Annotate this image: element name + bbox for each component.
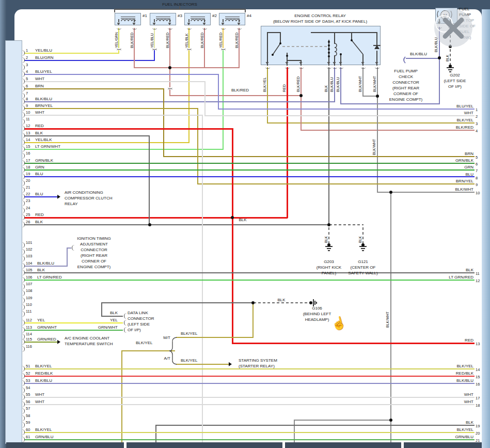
label: OF I/P) <box>128 328 141 332</box>
wire-label: YEL <box>37 318 45 322</box>
label: (STARTER RELAY) <box>239 364 275 368</box>
junction-dot <box>328 41 330 43</box>
label: BLK <box>35 311 118 315</box>
wire-label: BLK <box>35 220 43 224</box>
pin-number: 112 <box>26 318 32 322</box>
label: ENGINE COMPT) <box>328 97 483 102</box>
pin-arrow-icon <box>187 23 191 25</box>
pin-number: 13 <box>26 131 30 135</box>
wire-label: GRN/RED <box>37 337 56 342</box>
wire-label: BLK/BLU <box>329 69 335 92</box>
pin-arrow-icon <box>266 62 269 65</box>
wire-label: YEL/GRN <box>114 28 119 48</box>
wire-label: BLK <box>358 231 363 243</box>
junction-dot <box>449 65 452 68</box>
wire-label: LT GRN/WHT <box>35 144 60 149</box>
pin-number: 54 <box>26 385 30 390</box>
junction-dot <box>438 56 441 59</box>
label: BLK <box>165 218 320 222</box>
wiring-diagram-app: M FUEL INJECTORS#1#3#2#4ENGINE CONTROL R… <box>0 0 490 448</box>
wire-label: WHT <box>391 392 473 397</box>
wire-label: LT GRN/RED <box>37 275 62 280</box>
pin-number: 109 <box>26 296 33 300</box>
pin-number: 2 <box>26 55 28 60</box>
pin-number: 18 <box>476 403 480 408</box>
junction-dot <box>328 44 330 47</box>
wire-label: BLK/WHT <box>372 131 377 155</box>
connector-bar <box>285 442 401 448</box>
wire-label: BRN/YEL <box>391 179 473 183</box>
pin-number: 5 <box>476 155 478 160</box>
pin-number: 56 <box>26 399 30 404</box>
inline-connector-icon <box>152 49 157 52</box>
wire-label: YEL/BLU <box>35 48 52 53</box>
junction-dot <box>328 52 330 54</box>
label: BLK/BLU <box>344 52 427 56</box>
wire-label: WHT <box>35 110 44 115</box>
wire-label: BLK <box>324 69 329 92</box>
pin-number: 3 <box>26 63 28 67</box>
pin-number: 26 <box>26 220 30 224</box>
pin-arrow-icon <box>333 62 336 65</box>
junction-dot <box>327 243 330 246</box>
pin-arrow-icon <box>339 62 342 65</box>
wire-label: BLK/RED <box>130 28 135 48</box>
label: #2 <box>212 13 217 18</box>
label: (LEFT SIDE <box>128 322 150 327</box>
wire-label: WHT <box>391 111 473 115</box>
pin-number: 24 <box>26 206 30 210</box>
label: A/T <box>88 356 170 361</box>
pin-number: 1 <box>26 48 28 53</box>
label: G106 <box>240 306 394 311</box>
pin-number: 20 <box>26 178 30 183</box>
wire-label: BLK/WHT <box>372 69 377 92</box>
wire-label: RED/BLK <box>391 371 473 376</box>
wire-label: BLK/YEL <box>391 364 473 368</box>
pin-number: 15 <box>26 144 30 149</box>
wire-label: RED <box>35 212 44 217</box>
junction-dot <box>328 55 330 57</box>
pin-number: 12 <box>26 123 30 128</box>
wire-label: BLK/RED <box>200 28 205 48</box>
curve <box>226 20 240 21</box>
pin-number: 6 <box>476 162 478 166</box>
wire-label: RED <box>391 338 473 343</box>
inline-connector-icon <box>117 49 121 52</box>
junction-dot <box>361 243 365 246</box>
wire-label: BLK <box>35 131 43 135</box>
label: BLK/YEL <box>181 331 197 336</box>
pin-arrow-icon <box>117 23 120 25</box>
connector-pin-icon <box>124 313 127 319</box>
label: YEL <box>35 318 118 322</box>
pin-number: 13 <box>476 342 480 346</box>
junction-dot <box>148 223 151 226</box>
pin-arrow-icon <box>327 62 330 65</box>
curve <box>191 20 205 21</box>
pin-number: 18 <box>26 165 30 169</box>
label: BLK/RED <box>163 88 318 92</box>
label: CONNECTOR <box>17 248 171 252</box>
wire-label: BLK/WHT <box>385 302 390 328</box>
wire-label: BLK/RED <box>391 125 473 130</box>
junction-dot <box>340 53 342 55</box>
wire-label: BRN/YEL <box>35 103 53 108</box>
pin-number: 113 <box>26 325 32 330</box>
label: CONNECTOR <box>128 316 154 321</box>
pin-number: 12 <box>476 279 480 283</box>
pin-arrow-icon <box>153 23 156 25</box>
pin-number: 8 <box>26 97 28 101</box>
pin-number: 59 <box>26 420 30 425</box>
pin-number: 17 <box>476 396 480 400</box>
wire-label: BLK/RED <box>234 28 240 48</box>
connector-pin-icon <box>124 320 127 326</box>
curve <box>121 20 135 21</box>
pin-number: 4 <box>26 69 28 74</box>
label: G202 <box>377 73 490 78</box>
label: (RIGHT REAR <box>17 253 171 258</box>
pin-number: 19 <box>26 172 30 176</box>
pin-arrow-icon <box>238 23 241 25</box>
connector-pin-icon <box>124 327 127 333</box>
junction-dot <box>286 55 288 57</box>
wire-label: WHT <box>391 399 473 404</box>
wire-label: BLK/YEL <box>35 427 52 432</box>
